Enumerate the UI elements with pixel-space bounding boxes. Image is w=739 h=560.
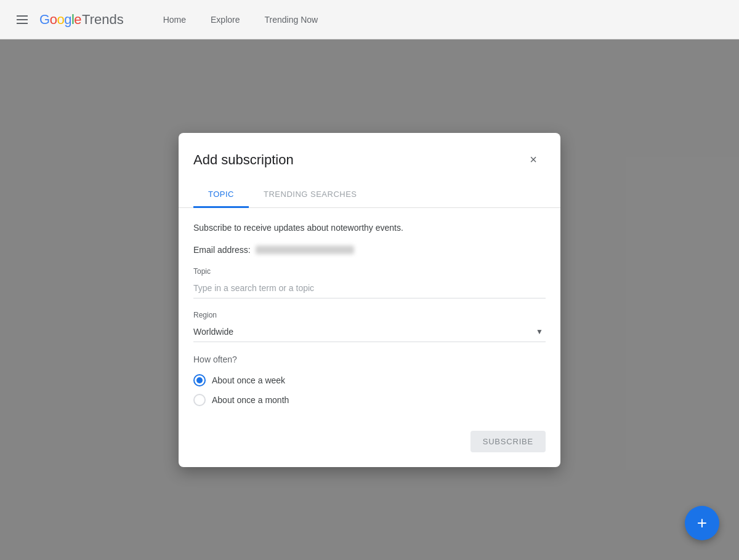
dialog-footer: SUBSCRIBE bbox=[179, 421, 560, 467]
dialog-header: Add subscription × bbox=[179, 133, 560, 182]
region-label: Region bbox=[193, 311, 546, 319]
radio-weekly[interactable]: About once a week bbox=[193, 374, 546, 386]
radio-monthly-label: About once a month bbox=[212, 395, 289, 405]
subscribe-button[interactable]: SUBSCRIBE bbox=[470, 431, 546, 452]
email-label: Email address: bbox=[193, 245, 251, 255]
tab-topic[interactable]: TOPIC bbox=[193, 182, 249, 208]
frequency-radio-group: About once a week About once a month bbox=[193, 374, 546, 406]
nav-home[interactable]: Home bbox=[153, 10, 196, 30]
modal-overlay: Add subscription × TOPIC TRENDING SEARCH… bbox=[0, 39, 739, 560]
radio-monthly[interactable]: About once a month bbox=[193, 394, 546, 406]
nav-explore[interactable]: Explore bbox=[201, 10, 249, 30]
region-select-wrapper: Worldwide United States United Kingdom C… bbox=[193, 322, 546, 342]
dialog-title: Add subscription bbox=[193, 152, 294, 168]
dialog-subtitle: Subscribe to receive updates about notew… bbox=[193, 223, 546, 233]
topic-label: Topic bbox=[193, 267, 546, 276]
email-row: Email address: bbox=[193, 245, 546, 255]
radio-monthly-indicator bbox=[193, 394, 206, 406]
google-logo: Google bbox=[39, 12, 81, 28]
topic-input[interactable] bbox=[193, 278, 546, 298]
fab-plus-icon: + bbox=[697, 513, 707, 533]
menu-button[interactable] bbox=[10, 7, 34, 32]
logo-area: Google Trends bbox=[39, 12, 124, 28]
radio-weekly-indicator bbox=[193, 374, 206, 386]
radio-weekly-label: About once a week bbox=[212, 375, 285, 385]
region-field-group: Region Worldwide United States United Ki… bbox=[193, 311, 546, 342]
close-button[interactable]: × bbox=[521, 148, 546, 172]
dialog-tabs: TOPIC TRENDING SEARCHES bbox=[179, 182, 560, 208]
how-often-label: How often? bbox=[193, 354, 546, 364]
tab-trending-searches[interactable]: TRENDING SEARCHES bbox=[249, 182, 372, 208]
hamburger-icon bbox=[17, 15, 28, 24]
add-fab-button[interactable]: + bbox=[685, 506, 719, 540]
email-value-blurred bbox=[256, 246, 354, 254]
app-header: Google Trends Home Explore Trending Now bbox=[0, 0, 739, 39]
trends-logo-text: Trends bbox=[82, 12, 124, 28]
nav-trending-now[interactable]: Trending Now bbox=[255, 10, 328, 30]
main-nav: Home Explore Trending Now bbox=[153, 10, 328, 30]
add-subscription-dialog: Add subscription × TOPIC TRENDING SEARCH… bbox=[179, 133, 560, 467]
dialog-body: Subscribe to receive updates about notew… bbox=[179, 208, 560, 421]
topic-field-group: Topic bbox=[193, 267, 546, 298]
region-select[interactable]: Worldwide United States United Kingdom C… bbox=[193, 322, 546, 342]
